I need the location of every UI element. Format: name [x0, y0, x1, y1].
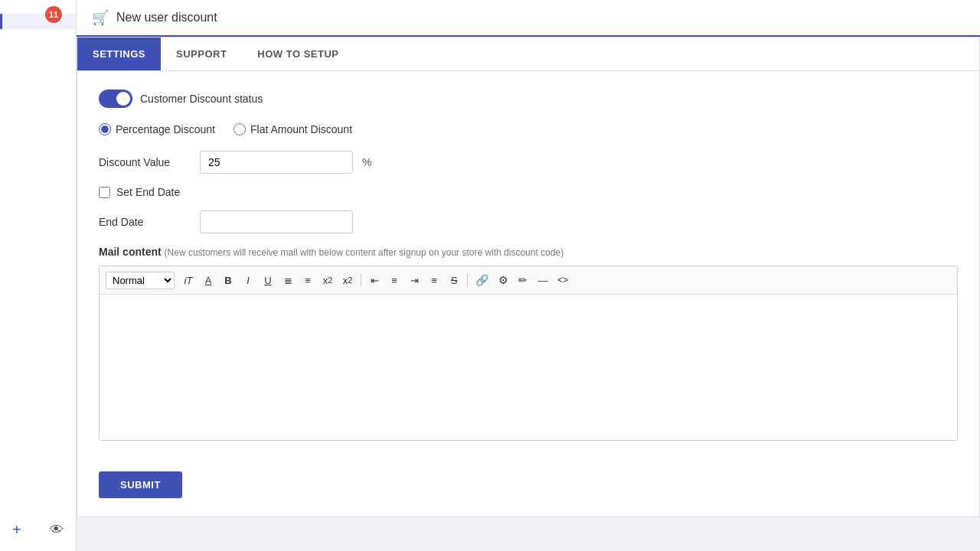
- align-center-btn[interactable]: ≡: [385, 271, 403, 289]
- toolbar-divider-1: [361, 273, 361, 287]
- editor-body[interactable]: [100, 295, 957, 440]
- mail-content-label-row: Mail content (New customers will receive…: [99, 246, 958, 258]
- radio-percentage[interactable]: Percentage Discount: [99, 123, 215, 135]
- highlight-btn[interactable]: ✏: [514, 271, 532, 289]
- sidebar-item-1[interactable]: [0, 14, 76, 29]
- radio-flat[interactable]: Flat Amount Discount: [234, 123, 352, 135]
- discount-value-label: Discount Value: [99, 156, 191, 168]
- top-bar: 🛒 New user discount: [77, 0, 980, 37]
- toolbar-divider-2: [467, 273, 468, 287]
- font-color-btn[interactable]: A: [199, 271, 217, 289]
- set-end-date-row: Set End Date: [99, 186, 958, 198]
- tab-settings[interactable]: SETTINGS: [77, 37, 161, 70]
- tab-support[interactable]: SUPPORT: [161, 37, 242, 70]
- unlink-btn[interactable]: ⚙: [494, 271, 512, 289]
- align-left-btn[interactable]: ⇤: [365, 271, 384, 289]
- discount-status-toggle[interactable]: [99, 90, 132, 108]
- radio-flat-input[interactable]: [234, 123, 246, 135]
- add-icon[interactable]: +: [12, 521, 21, 539]
- mail-content-label: Mail content: [99, 246, 162, 258]
- underline-btn[interactable]: U: [259, 271, 277, 289]
- tab-how-to-setup[interactable]: HOW TO SETUP: [242, 37, 354, 70]
- set-end-date-label: Set End Date: [116, 186, 180, 198]
- toggle-slider: [99, 90, 132, 108]
- align-right-btn[interactable]: ⇥: [405, 271, 423, 289]
- radio-percentage-label: Percentage Discount: [116, 123, 215, 135]
- toggle-row: Customer Discount status: [99, 90, 958, 108]
- strikethrough-btn[interactable]: S: [445, 271, 463, 289]
- link-btn[interactable]: 🔗: [472, 271, 492, 289]
- discount-suffix: %: [362, 156, 371, 168]
- main-content: 🛒 New user discount SETTINGS SUPPORT HOW…: [77, 0, 980, 551]
- toggle-label: Customer Discount status: [140, 93, 263, 105]
- sidebar-nav: [0, 14, 76, 75]
- form-content: Customer Discount status Percentage Disc…: [77, 71, 979, 459]
- hr-btn[interactable]: —: [534, 271, 552, 289]
- editor-toolbar: Normal Heading 1 Heading 2 Heading 3 iT …: [100, 266, 957, 295]
- discount-value-row: Discount Value %: [99, 151, 958, 174]
- eye-icon[interactable]: 👁: [50, 522, 64, 538]
- format-select[interactable]: Normal Heading 1 Heading 2 Heading 3: [106, 272, 175, 289]
- font-size-btn[interactable]: iT: [179, 271, 198, 289]
- justify-btn[interactable]: ≡: [425, 271, 443, 289]
- radio-flat-label: Flat Amount Discount: [250, 123, 352, 135]
- superscript-btn[interactable]: x2: [338, 271, 357, 289]
- end-date-label: End Date: [99, 216, 191, 228]
- code-btn[interactable]: <>: [554, 271, 572, 289]
- ordered-list-btn[interactable]: ≣: [279, 271, 297, 289]
- cart-icon: 🛒: [92, 9, 109, 26]
- end-date-input[interactable]: [200, 210, 353, 233]
- page-content: SETTINGS SUPPORT HOW TO SETUP Customer D…: [77, 37, 980, 551]
- discount-value-input[interactable]: [200, 151, 353, 174]
- bold-btn[interactable]: B: [219, 271, 237, 289]
- radio-percentage-input[interactable]: [99, 123, 111, 135]
- sidebar-item-2[interactable]: [0, 29, 76, 44]
- mail-content-hint: (New customers will receive mail with be…: [165, 247, 564, 258]
- italic-btn[interactable]: I: [239, 271, 257, 289]
- main-card: SETTINGS SUPPORT HOW TO SETUP Customer D…: [77, 37, 980, 517]
- sidebar-badge: 11: [45, 6, 62, 23]
- submit-button[interactable]: SUBMIT: [99, 471, 182, 498]
- page-title: New user discount: [116, 11, 217, 24]
- end-date-row: End Date: [99, 210, 958, 233]
- unordered-list-btn[interactable]: ≡: [299, 271, 317, 289]
- set-end-date-checkbox[interactable]: [99, 187, 110, 198]
- sidebar: 11 + 👁: [0, 0, 77, 551]
- submit-row: SUBMIT: [77, 459, 979, 517]
- subscript-btn[interactable]: x2: [318, 271, 337, 289]
- sidebar-footer: + 👁: [0, 509, 76, 551]
- sidebar-item-4[interactable]: [0, 60, 76, 75]
- editor-wrapper: Normal Heading 1 Heading 2 Heading 3 iT …: [99, 266, 958, 441]
- sidebar-item-3[interactable]: [0, 44, 76, 60]
- discount-type-row: Percentage Discount Flat Amount Discount: [99, 123, 958, 135]
- tabs: SETTINGS SUPPORT HOW TO SETUP: [77, 37, 979, 71]
